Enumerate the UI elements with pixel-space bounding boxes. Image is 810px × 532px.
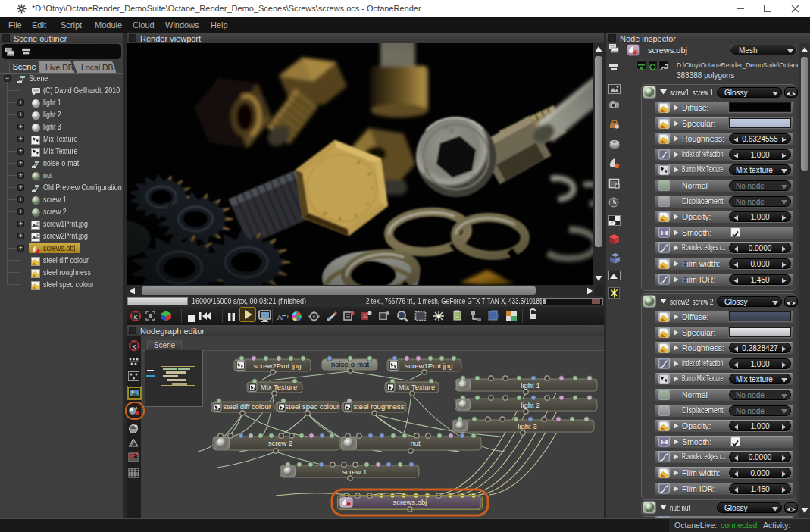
- svg-text:steel roughness: steel roughness: [353, 402, 404, 411]
- svg-text:nut: nut: [410, 439, 421, 447]
- svg-text:steel spec colour: steel spec colour: [285, 402, 339, 411]
- svg-text:AF: AF: [277, 314, 286, 321]
- svg-text:screw1Prnt.jpg: screw1Prnt.jpg: [405, 361, 453, 370]
- svg-text:light 3: light 3: [518, 422, 536, 430]
- svg-text:screw 1: screw 1: [342, 468, 367, 476]
- svg-text:K: K: [133, 344, 136, 349]
- svg-text:screw 2: screw 2: [268, 439, 293, 447]
- svg-text:Mix Texture: Mix Texture: [399, 383, 435, 391]
- svg-text:i: i: [287, 314, 289, 319]
- svg-text:screw2Prnt.jpg: screw2Prnt.jpg: [254, 361, 302, 370]
- svg-text:light 1: light 1: [521, 381, 539, 390]
- svg-text:K: K: [134, 315, 138, 320]
- svg-text:screws.obj: screws.obj: [393, 498, 427, 506]
- svg-text:steel diff colour: steel diff colour: [223, 402, 271, 411]
- svg-text:Mix Texture: Mix Texture: [261, 383, 297, 391]
- svg-text:noise-o-mat: noise-o-mat: [331, 360, 370, 368]
- svg-text:light 2: light 2: [521, 401, 539, 409]
